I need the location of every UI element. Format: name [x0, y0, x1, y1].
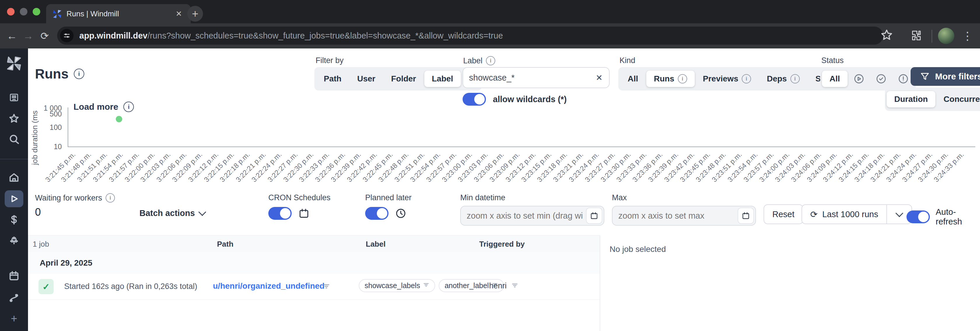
- back-icon[interactable]: ←: [5, 29, 19, 43]
- duration-chart[interactable]: Load more i job duration (ms 1 000500100…: [28, 96, 980, 193]
- batch-actions-button[interactable]: Batch actions: [139, 208, 205, 218]
- min-datetime-calendar-button[interactable]: [586, 208, 602, 224]
- kind-runs-label: Runs: [654, 74, 675, 83]
- profile-avatar[interactable]: [938, 28, 955, 44]
- forward-icon[interactable]: →: [21, 29, 36, 43]
- kind-runs[interactable]: Runsi: [646, 70, 695, 87]
- status-success-icon[interactable]: [870, 70, 892, 87]
- filter-by-label-icon[interactable]: [423, 281, 430, 290]
- new-tab-button[interactable]: +: [187, 6, 203, 22]
- page-title: Runs: [35, 66, 68, 82]
- refresh-runs-icon: ⟳: [810, 209, 818, 219]
- close-window-button[interactable]: [7, 8, 14, 16]
- load-more-info-icon[interactable]: i: [123, 102, 134, 112]
- kind-all[interactable]: All: [620, 70, 646, 87]
- last-runs-label: Last 1000 runs: [822, 209, 878, 219]
- runs-info-icon[interactable]: i: [74, 69, 84, 79]
- filter-by-user[interactable]: User: [350, 70, 383, 87]
- window-controls: [7, 8, 40, 16]
- label-chip[interactable]: showcase_labels: [359, 279, 435, 292]
- planned-later-label: Planned later: [365, 193, 412, 202]
- calendar-icon: [590, 211, 598, 220]
- windmill-logo[interactable]: [6, 56, 22, 70]
- planned-later-toggle[interactable]: [365, 207, 388, 220]
- job-count: 1 job: [33, 240, 49, 249]
- kind-deps-info-icon[interactable]: i: [791, 74, 800, 83]
- bookmark-star-icon[interactable]: [880, 28, 894, 43]
- browser-menu-icon[interactable]: ⋮: [960, 29, 975, 43]
- waiting-label: Waiting for workers: [35, 193, 102, 203]
- refresh-icon[interactable]: ⟳: [37, 29, 52, 43]
- filter-by-path-icon[interactable]: [323, 283, 330, 291]
- url-path: /runs?show_schedules=true&show_future_jo…: [148, 31, 503, 40]
- auto-refresh-toggle[interactable]: [907, 211, 930, 223]
- row-labels: showcase_labels another_label: [359, 279, 504, 292]
- label-filter-input[interactable]: [463, 73, 609, 83]
- kind-deps[interactable]: Depsi: [759, 70, 807, 87]
- sidebar-item-resources[interactable]: [8, 234, 21, 247]
- sidebar-item-flows[interactable]: [8, 291, 21, 304]
- toolbar-divider: [932, 30, 932, 43]
- y-axis-tick: 10: [34, 142, 62, 151]
- row-started-text: Started 162s ago (Ran in 0,263s total): [64, 282, 197, 291]
- kind-label: Kind: [619, 56, 635, 65]
- load-more-row: Load more i: [73, 102, 134, 112]
- sidebar-item-variables[interactable]: [8, 213, 21, 226]
- table-row[interactable]: ✓ Started 162s ago (Ran in 0,263s total)…: [28, 274, 600, 300]
- chevron-down-icon: [198, 208, 206, 216]
- sidebar-item-search-icon[interactable]: [8, 133, 21, 146]
- sidebar-divider: [0, 159, 28, 159]
- maximize-window-button[interactable]: [33, 8, 40, 16]
- last-runs-button[interactable]: ⟳ Last 1000 runs: [802, 204, 886, 224]
- kind-previews[interactable]: Previewsi: [695, 70, 759, 87]
- status-all[interactable]: All: [822, 70, 848, 87]
- job-duration-point[interactable]: [116, 116, 122, 122]
- filter-by-path[interactable]: Path: [316, 70, 349, 87]
- max-datetime-calendar-button[interactable]: [738, 208, 754, 224]
- tab-title: Runs | Windmill: [67, 10, 169, 18]
- minimize-window-button[interactable]: [20, 8, 27, 16]
- url-bar[interactable]: app.windmill.dev/runs?show_schedules=tru…: [57, 27, 883, 45]
- kind-previews-label: Previews: [703, 74, 738, 83]
- site-settings-icon[interactable]: [60, 29, 73, 42]
- filter-by-user-icon[interactable]: [511, 282, 518, 290]
- column-label: Label: [366, 240, 386, 249]
- y-axis-tick: 500: [34, 109, 62, 118]
- sidebar-item-home[interactable]: [8, 171, 21, 184]
- column-path: Path: [217, 240, 233, 249]
- kind-previews-info-icon[interactable]: i: [742, 74, 751, 83]
- auto-refresh-label: Auto-refresh: [935, 207, 980, 227]
- filter-by-user-label: User: [357, 74, 375, 83]
- max-datetime-label: Max: [612, 193, 756, 202]
- filter-by-label-option[interactable]: Label: [425, 70, 461, 87]
- success-check-icon: ✓: [38, 279, 54, 294]
- kind-deps-label: Deps: [767, 74, 787, 83]
- sidebar-item-runs[interactable]: [5, 190, 23, 207]
- sidebar-item-schedules[interactable]: [8, 269, 21, 282]
- reset-button[interactable]: Reset: [764, 204, 803, 224]
- min-datetime-input[interactable]: [461, 211, 604, 221]
- status-running-icon[interactable]: [848, 70, 870, 87]
- row-path-link[interactable]: u/henri/organized_undefined: [213, 281, 325, 291]
- waiting-info-icon[interactable]: i: [106, 193, 115, 203]
- filter-by-path-label: Path: [324, 74, 342, 83]
- load-more-button[interactable]: Load more: [73, 102, 118, 112]
- label-filter-heading-text: Label: [463, 56, 482, 66]
- sidebar-item-workspace[interactable]: [8, 91, 21, 104]
- kind-runs-info-icon[interactable]: i: [678, 74, 687, 83]
- sidebar-item-favorites[interactable]: [8, 112, 21, 125]
- tab-close-icon[interactable]: ✕: [173, 8, 185, 19]
- cron-schedules-control: CRON Schedules: [268, 193, 331, 220]
- max-datetime-input[interactable]: [612, 211, 756, 221]
- label-info-icon[interactable]: i: [486, 56, 495, 66]
- browser-tab[interactable]: Runs | Windmill ✕: [46, 4, 191, 23]
- sidebar-item-create[interactable]: +: [8, 312, 21, 325]
- cron-schedules-toggle[interactable]: [268, 207, 292, 220]
- reset-label: Reset: [772, 209, 794, 219]
- clear-label-icon[interactable]: ✕: [596, 73, 603, 83]
- more-filters-button[interactable]: More filters: [911, 67, 980, 86]
- extensions-puzzle-icon[interactable]: [911, 29, 923, 43]
- min-datetime-input-wrap: [460, 206, 605, 225]
- filter-by-folder[interactable]: Folder: [383, 70, 424, 87]
- app-sidebar: +: [0, 48, 28, 331]
